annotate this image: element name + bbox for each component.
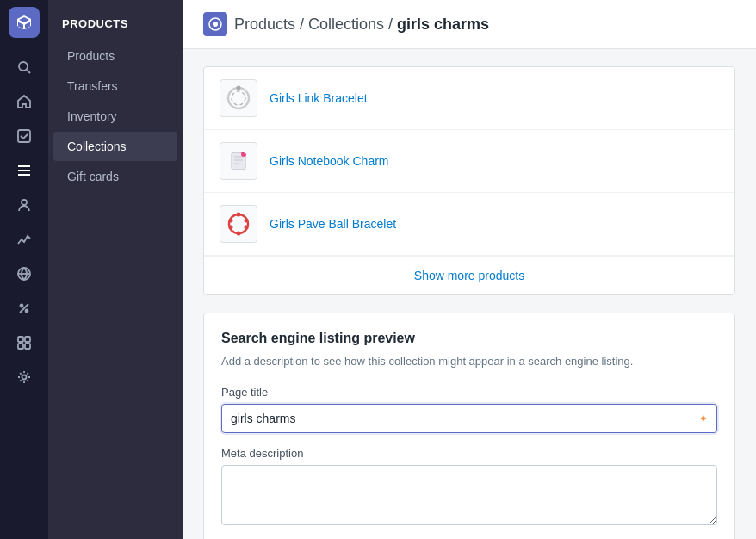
store-icon[interactable]	[9, 7, 40, 38]
product-item-notebook: Girls Notebook Charm	[204, 130, 734, 193]
marketing-nav-icon[interactable]	[9, 258, 40, 289]
content-area: Girls Link Bracelet Girls Notebook Charm	[183, 49, 756, 539]
svg-point-27	[245, 219, 249, 223]
breadcrumb-icon	[203, 12, 227, 36]
svg-rect-12	[25, 344, 30, 349]
product-name-pave[interactable]: Girls Pave Ball Bracelet	[270, 217, 396, 231]
svg-point-0	[19, 62, 28, 71]
svg-point-15	[213, 22, 218, 27]
svg-point-24	[245, 152, 247, 154]
sidebar-item-collections[interactable]: Collections	[53, 132, 177, 161]
meta-desc-label: Meta description	[221, 447, 717, 460]
customers-nav-icon[interactable]	[9, 189, 40, 220]
product-thumb-bracelet-link	[220, 79, 257, 117]
apps-nav-icon[interactable]	[9, 327, 40, 358]
home-nav-icon[interactable]	[9, 86, 40, 117]
discounts-nav-icon[interactable]	[9, 293, 40, 324]
magic-wand-icon: ✦	[698, 412, 709, 425]
svg-point-28	[245, 226, 249, 230]
svg-point-7	[26, 310, 28, 313]
sidebar-item-transfers[interactable]: Transfers	[53, 71, 177, 101]
product-thumb-pave	[220, 205, 257, 243]
breadcrumb-current: girls charms	[393, 15, 489, 33]
svg-rect-9	[18, 337, 23, 342]
analytics-nav-icon[interactable]	[9, 224, 40, 255]
seo-section: Search engine listing preview Add a desc…	[203, 313, 735, 539]
breadcrumb-bar: Products / Collections / girls charms	[183, 0, 756, 49]
breadcrumb: Products / Collections / girls charms	[234, 15, 489, 34]
breadcrumb-path: Products / Collections /	[234, 15, 393, 33]
product-item-bracelet-link: Girls Link Bracelet	[204, 67, 734, 130]
products-section: Girls Link Bracelet Girls Notebook Charm	[203, 66, 735, 295]
sidebar-header: PRODUCTS	[48, 10, 183, 40]
meta-desc-group: Meta description	[221, 447, 717, 529]
orders-nav-icon[interactable]	[9, 121, 40, 152]
svg-point-25	[229, 214, 248, 233]
page-title-input[interactable]	[221, 404, 717, 433]
svg-rect-2	[18, 130, 30, 142]
svg-rect-11	[18, 344, 23, 349]
product-name-bracelet-link[interactable]: Girls Link Bracelet	[270, 91, 368, 105]
product-item-pave: Girls Pave Ball Bracelet	[204, 193, 734, 256]
svg-point-6	[21, 305, 23, 307]
show-more-button[interactable]: Show more products	[204, 256, 734, 294]
page-title-group: Page title ✦	[221, 386, 717, 433]
svg-point-26	[237, 213, 241, 217]
product-thumb-notebook	[220, 142, 257, 180]
svg-rect-10	[25, 337, 30, 342]
sidebar: PRODUCTS Products Transfers Inventory Co…	[48, 0, 183, 539]
product-name-notebook[interactable]: Girls Notebook Charm	[270, 154, 389, 168]
settings-nav-icon[interactable]	[9, 362, 40, 393]
svg-line-1	[27, 70, 30, 73]
search-nav-icon[interactable]	[9, 52, 40, 83]
sidebar-item-products[interactable]: Products	[53, 41, 177, 71]
main-content: Products / Collections / girls charms Gi…	[183, 0, 756, 539]
seo-description: Add a description to see how this collec…	[221, 353, 717, 370]
svg-point-17	[232, 91, 245, 105]
icon-rail	[0, 0, 48, 539]
sidebar-item-giftcards[interactable]: Gift cards	[53, 162, 177, 191]
svg-point-3	[22, 200, 27, 205]
page-title-label: Page title	[221, 386, 717, 399]
svg-point-18	[237, 86, 241, 90]
meta-desc-input[interactable]	[221, 465, 717, 525]
sidebar-item-inventory[interactable]: Inventory	[53, 102, 177, 131]
svg-point-31	[229, 219, 233, 223]
seo-title: Search engine listing preview	[221, 331, 717, 346]
svg-point-30	[229, 226, 233, 230]
products-nav-icon[interactable]	[9, 155, 40, 186]
svg-point-13	[22, 375, 27, 380]
svg-point-29	[237, 232, 241, 236]
